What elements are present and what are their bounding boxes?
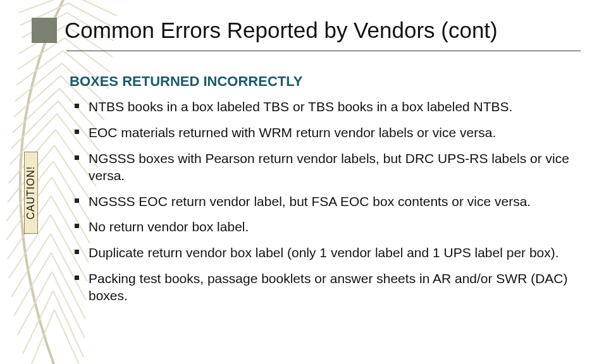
section-heading: BOXES RETURNED INCORRECTLY (70, 73, 573, 90)
list-item: EOC materials returned with WRM return v… (70, 124, 573, 142)
caution-badge: CAUTION! (24, 152, 38, 234)
slide-title: Common Errors Reported by Vendors (cont) (65, 18, 498, 43)
list-item: NGSSS boxes with Pearson return vendor l… (70, 150, 573, 185)
content-area: BOXES RETURNED INCORRECTLY NTBS books in… (70, 73, 573, 313)
title-row: Common Errors Reported by Vendors (cont) (32, 18, 583, 43)
list-item: Packing test books, passage booklets or … (70, 270, 573, 305)
bullet-list: NTBS books in a box labeled TBS or TBS b… (70, 99, 573, 305)
list-item: No return vendor box label. (70, 219, 573, 236)
list-item: NGSSS EOC return vendor label, but FSA E… (70, 193, 573, 210)
title-accent-square (32, 18, 57, 43)
caution-label: CAUTION! (25, 166, 37, 219)
list-item: Duplicate return vendor box label (only … (70, 245, 573, 262)
title-underline (66, 51, 581, 51)
list-item: NTBS books in a box labeled TBS or TBS b… (70, 99, 573, 116)
